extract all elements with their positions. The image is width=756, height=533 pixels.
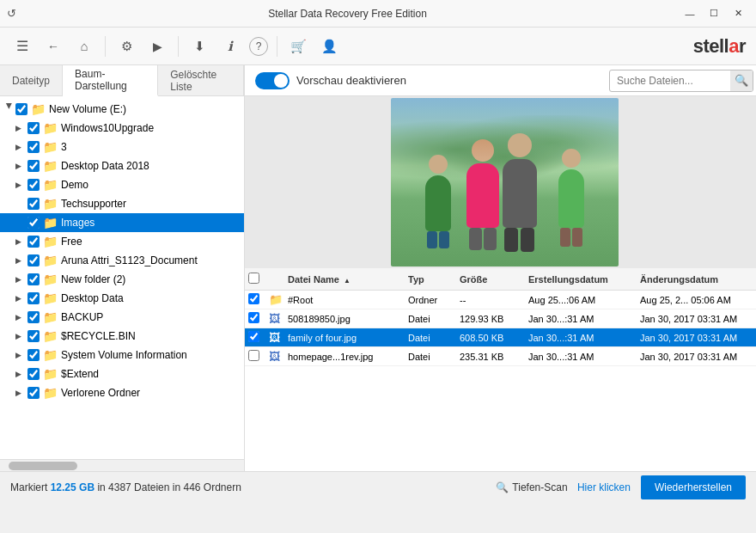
chevron-icon: ▶ bbox=[15, 351, 27, 359]
tree-label: Windows10Upgrade bbox=[61, 122, 154, 134]
chevron-icon: ▶ bbox=[15, 275, 27, 284]
row-checkbox[interactable] bbox=[248, 331, 259, 342]
tree-checkbox[interactable] bbox=[27, 254, 40, 266]
download-icon[interactable]: ⬇ bbox=[187, 34, 211, 58]
settings-icon[interactable]: ⚙ bbox=[114, 34, 138, 58]
file-icon: 🖼 bbox=[269, 331, 280, 344]
tree-checkbox-images[interactable] bbox=[27, 217, 40, 229]
tab-baum-darstellung[interactable]: Baum-Darstellung bbox=[63, 65, 158, 96]
tab-bar: Dateityp Baum-Darstellung Gelöschte List… bbox=[0, 65, 244, 96]
cell-modified: Jan 30, 2017 03:31 AM bbox=[640, 314, 756, 324]
info-icon[interactable]: ℹ bbox=[218, 34, 242, 58]
close-button[interactable]: ✕ bbox=[727, 5, 749, 22]
tree-item-free[interactable]: ▶ 📁 Free bbox=[0, 232, 244, 251]
tree-area: ▶ 📁 New Volume (E:) ▶ 📁 Windows10Upgrade… bbox=[0, 96, 244, 459]
cell-type: Ordner bbox=[408, 295, 460, 305]
tree-item-verlorene-ordner[interactable]: ▶ 📁 Verlorene Ordner bbox=[0, 383, 244, 402]
tree-checkbox[interactable] bbox=[27, 273, 40, 285]
menu-icon[interactable]: ☰ bbox=[10, 34, 34, 58]
divider2 bbox=[178, 36, 179, 57]
tree-checkbox-root[interactable] bbox=[15, 103, 27, 115]
chevron-icon: ▶ bbox=[15, 370, 27, 378]
tree-item-extend[interactable]: ▶ 📁 $Extend bbox=[0, 365, 244, 383]
cell-name: homepage...1rev.jpg bbox=[288, 352, 408, 362]
chevron-icon: ▶ bbox=[15, 313, 27, 322]
tree-item-demo[interactable]: ▶ 📁 Demo bbox=[0, 175, 244, 194]
tree-checkbox[interactable] bbox=[27, 198, 40, 210]
header-modified: Änderungsdatum bbox=[640, 274, 756, 285]
tree-label: New Volume (E:) bbox=[49, 103, 126, 115]
tree-checkbox[interactable] bbox=[27, 160, 40, 172]
tree-label: BACKUP bbox=[61, 311, 103, 323]
play-icon[interactable]: ▶ bbox=[145, 34, 169, 58]
row-checkbox[interactable] bbox=[248, 312, 259, 323]
back-icon[interactable]: ← bbox=[41, 34, 65, 58]
cell-modified: Aug 25, 2... 05:06 AM bbox=[640, 295, 756, 305]
tree-item-system-volume[interactable]: ▶ 📁 System Volume Information bbox=[0, 346, 244, 365]
tree-checkbox[interactable] bbox=[27, 179, 40, 191]
folder-icon: 📁 bbox=[269, 293, 283, 306]
tree-item-techsupporter[interactable]: ▶ 📁 Techsupporter bbox=[0, 194, 244, 213]
horizontal-scrollbar[interactable] bbox=[0, 459, 244, 471]
scan-link[interactable]: Hier klicken bbox=[577, 481, 631, 493]
minimize-button[interactable]: — bbox=[679, 5, 701, 22]
tree-checkbox[interactable] bbox=[27, 330, 40, 342]
tree-item-3[interactable]: ▶ 📁 3 bbox=[0, 138, 244, 156]
tree-item-recycle-bin[interactable]: ▶ 📁 $RECYCLE.BIN bbox=[0, 327, 244, 346]
user-icon[interactable]: 👤 bbox=[317, 34, 341, 58]
folder-icon: 📁 bbox=[43, 140, 58, 154]
scrollbar-thumb[interactable] bbox=[9, 462, 77, 470]
cell-created: Aug 25...:06 AM bbox=[528, 295, 640, 305]
row-checkbox[interactable] bbox=[248, 293, 259, 304]
chevron-icon: ▶ bbox=[15, 332, 27, 340]
home-icon[interactable]: ⌂ bbox=[72, 34, 96, 58]
tree-item-backup[interactable]: ▶ 📁 BACKUP bbox=[0, 308, 244, 327]
tree-item-root[interactable]: ▶ 📁 New Volume (E:) bbox=[0, 100, 244, 119]
table-row[interactable]: 🖼 homepage...1rev.jpg Datei 235.31 KB Ja… bbox=[245, 347, 756, 366]
tab-dateityp[interactable]: Dateityp bbox=[0, 65, 63, 95]
table-row[interactable]: 📁 #Root Ordner -- Aug 25...:06 AM Aug 25… bbox=[245, 291, 756, 309]
header-name-label: Datei Name bbox=[288, 274, 339, 285]
tree-checkbox[interactable] bbox=[27, 387, 40, 399]
header-cb bbox=[248, 273, 269, 285]
chevron-icon: ▶ bbox=[15, 237, 27, 246]
tree-label: New folder (2) bbox=[61, 273, 125, 285]
cell-size: 235.31 KB bbox=[460, 352, 528, 362]
header-checkbox[interactable] bbox=[248, 273, 259, 284]
help-icon[interactable]: ? bbox=[249, 37, 268, 56]
table-row-selected[interactable]: 🖼 family of four.jpg Datei 608.50 KB Jan… bbox=[245, 328, 756, 347]
tree-checkbox[interactable] bbox=[27, 311, 40, 323]
tree-checkbox[interactable] bbox=[27, 141, 40, 153]
title-bar-left: ↺ bbox=[7, 7, 16, 20]
tree-checkbox[interactable] bbox=[27, 349, 40, 361]
tree-checkbox[interactable] bbox=[27, 368, 40, 380]
status-bar: Markiert 12.25 GB in 4387 Dateien in 446… bbox=[0, 471, 756, 502]
chevron-icon: ▶ bbox=[15, 124, 27, 132]
preview-toggle[interactable] bbox=[255, 72, 290, 89]
cell-size: 608.50 KB bbox=[460, 333, 528, 343]
tree-item-windows10upgrade[interactable]: ▶ 📁 Windows10Upgrade bbox=[0, 119, 244, 138]
cell-modified: Jan 30, 2017 03:31 AM bbox=[640, 352, 756, 362]
header-name[interactable]: Datei Name ▲ bbox=[288, 274, 408, 285]
cart-icon[interactable]: 🛒 bbox=[286, 34, 310, 58]
row-checkbox[interactable] bbox=[248, 350, 259, 361]
maximize-button[interactable]: ☐ bbox=[703, 5, 725, 22]
tree-checkbox[interactable] bbox=[27, 292, 40, 304]
stellar-logo: stellar bbox=[693, 35, 746, 58]
tree-checkbox[interactable] bbox=[27, 122, 40, 134]
header-created: Erstellungsdatum bbox=[528, 274, 640, 285]
search-input[interactable] bbox=[610, 73, 730, 89]
main-layout: Dateityp Baum-Darstellung Gelöschte List… bbox=[0, 65, 756, 471]
tree-item-new-folder[interactable]: ▶ 📁 New folder (2) bbox=[0, 270, 244, 289]
restore-button[interactable]: Wiederherstellen bbox=[641, 475, 746, 499]
search-button[interactable]: 🔍 bbox=[730, 70, 753, 92]
tree-item-aruna[interactable]: ▶ 📁 Aruna Attri_S1123_Document bbox=[0, 251, 244, 270]
folder-icon: 📁 bbox=[43, 121, 58, 135]
tree-checkbox[interactable] bbox=[27, 236, 40, 248]
tree-label: Verlorene Ordner bbox=[61, 387, 140, 399]
tree-item-desktop-data[interactable]: ▶ 📁 Desktop Data bbox=[0, 289, 244, 308]
tab-geloeschte-liste[interactable]: Gelöschte Liste bbox=[158, 65, 244, 95]
tree-item-desktop-data-2018[interactable]: ▶ 📁 Desktop Data 2018 bbox=[0, 156, 244, 175]
tree-item-images[interactable]: ▶ 📁 Images bbox=[0, 213, 244, 232]
table-row[interactable]: 🖼 508189850.jpg Datei 129.93 KB Jan 30..… bbox=[245, 309, 756, 328]
